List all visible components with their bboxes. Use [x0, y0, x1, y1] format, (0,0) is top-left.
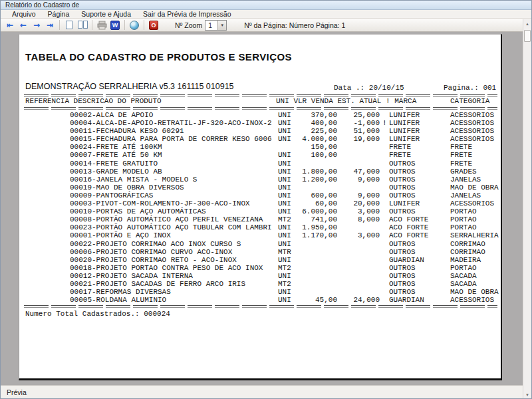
cell-categoria: GRADES — [450, 168, 477, 176]
window-titlebar[interactable]: Relatório do Cadastro de — [1, 1, 531, 10]
cell-descricao: 00005-ROLDANA ALUMINIO — [70, 296, 166, 304]
column-header-valores: UNI VLR VENDA EST. ATUAL ! MARCA — [276, 97, 416, 105]
table-row: 00002-ALCA DE APOIO UNI 370,00 25,000 LU… — [19, 111, 501, 119]
word-export-button[interactable]: W — [110, 20, 120, 31]
table-row: 00006-PROJETO CORRIMAO CURVO ACO-INOX MT… — [19, 248, 501, 256]
toolbar-separator — [124, 20, 125, 30]
cell-vlr-venda: 45,00 — [284, 296, 337, 304]
cell-uni: UNI — [278, 256, 291, 264]
table-row: 00011-FECHADURA KESO 60291 UNI 225,00 51… — [19, 127, 501, 135]
cell-marca: OUTROS — [389, 192, 416, 200]
cell-vlr-venda: 4.000,00 — [284, 135, 337, 143]
close-preview-button[interactable]: O — [148, 20, 159, 31]
scrollbar-down-icon[interactable]: ▼ — [523, 390, 531, 399]
cell-vlr-venda: 1.200,00 — [284, 176, 337, 184]
cell-uni: UNI — [278, 288, 291, 296]
cell-marca: ACO FORTE — [389, 215, 428, 223]
cell-marca: OUTROS — [389, 207, 416, 215]
cell-descricao: 00022-PROJETO CORRIMAO ACO INOX CURSO S — [70, 240, 241, 248]
cell-marca: OUTROS — [389, 168, 416, 176]
cell-est-atual: -1,000 — [342, 119, 380, 127]
cell-uni: MT2 — [278, 264, 291, 272]
cell-marca: LUNIFER — [389, 135, 420, 143]
column-header-categoria: CATEGORIA — [450, 97, 489, 105]
cell-categoria: MAO DE OBRA — [450, 184, 499, 192]
cell-est-atual: 3,000 — [342, 207, 380, 215]
cell-vlr-venda: 150,00 — [284, 143, 337, 151]
page-number-info: Nº da Página: Número Página: 1 — [244, 21, 345, 29]
chevron-down-icon[interactable]: ▼ — [217, 21, 226, 30]
next-page-icon: → — [33, 21, 40, 30]
status-text: Prévia — [7, 388, 27, 396]
cell-descricao: 00021-PROJETO SACADAS DE FERRO ARCO IRIS — [70, 280, 245, 288]
cell-categoria: JANELAS — [450, 192, 481, 200]
cell-categoria: CORRIMAO — [450, 248, 485, 256]
window-title: Relatório do Cadastro de — [5, 1, 79, 9]
cell-marca: OUTROS — [389, 272, 416, 280]
table-row: 00004-ALCA-DE-APOIO-RETRATIL-JF-320-ACO-… — [19, 119, 501, 127]
cell-descricao: 00019-MAO DE OBRA DIVERSOS — [70, 184, 184, 192]
zoom-label: Nº Zoom — [175, 21, 202, 29]
two-pages-icon — [78, 21, 88, 29]
previous-page-button[interactable]: ← — [18, 20, 29, 31]
cell-uni: UNI — [278, 160, 291, 168]
cell-categoria: FRETE — [450, 160, 472, 168]
cell-flag: ! — [382, 119, 387, 127]
cell-vlr-venda: 1.170,00 — [284, 231, 337, 239]
cell-est-atual: 3,000 — [342, 231, 380, 239]
table-row: 00016-JANELA MISTA - MODELO S UNI 1.200,… — [19, 176, 501, 184]
zoom-value: 1 — [205, 21, 217, 29]
scrollbar-up-icon[interactable]: ▲ — [523, 19, 531, 29]
single-page-icon — [66, 21, 72, 29]
menu-pagina[interactable]: Página — [42, 10, 76, 19]
separator-rule — [24, 107, 497, 110]
table-row: 00012-PROJETO SACADA INTERNA UNI OUTROS … — [19, 272, 501, 280]
cell-uni: UNI — [278, 272, 291, 280]
menu-arquivo[interactable]: Arquivo — [6, 10, 42, 19]
cell-categoria: MADEIRA — [450, 256, 481, 264]
report-title: TABELA DO CADASTRO DE PRODUTOS E SERVIÇO… — [25, 51, 292, 63]
single-page-view-button[interactable] — [64, 20, 74, 31]
internet-button[interactable] — [129, 20, 140, 31]
table-row: 00015-FECHADURA PARA PORTA DE CORRER KES… — [19, 135, 501, 143]
cell-marca: OUTROS — [389, 184, 416, 192]
table-row: 00017-REFORMAS DIVERSAS UNI OUTROS MAO D… — [19, 288, 501, 296]
menu-sair-da-previa[interactable]: Sair da Prévia de Impressão — [137, 10, 237, 19]
vertical-scrollbar[interactable]: ▲ ▼ — [523, 19, 531, 399]
table-row: 00023-PORTÃO AUTOMÁTICO AÇO TUBULAR COM … — [19, 223, 501, 231]
report-preview-window: Relatório do Cadastro de Arquivo Página … — [0, 0, 532, 399]
cell-marca: LUNIFER — [389, 200, 420, 207]
toolbar-separator — [92, 20, 92, 30]
cell-descricao: 00003-PIVOT-COM-ROLAMENTO-JF-300-ACO-INO… — [70, 200, 250, 207]
table-row: 00001-PORTÃO E AÇO INOX UNI 1.170,00 3,0… — [19, 231, 501, 239]
word-export-icon: W — [110, 21, 120, 30]
cell-descricao: 00015-FECHADURA PARA PORTA DE CORRER KES… — [70, 135, 272, 143]
cell-est-atual: 25,000 — [342, 111, 380, 119]
toolbar-separator — [144, 20, 144, 30]
cell-categoria: PORTAO — [450, 215, 477, 223]
cell-marca: OUTROS — [389, 280, 416, 288]
cell-vlr-venda: 6.000,00 — [284, 207, 337, 215]
next-page-button[interactable]: → — [31, 20, 42, 31]
cell-marca: GUARDIAN — [389, 256, 424, 264]
cell-marca: ACO FORTE — [389, 231, 428, 239]
cell-est-atual: 9,000 — [342, 176, 380, 184]
print-button[interactable] — [96, 20, 107, 31]
table-row: 00018-PROJETO PORTAO CONTRA PESO DE ACO … — [19, 264, 501, 272]
table-column-headers: REFERENCIA DESCRICAO DO PRODUTO UNI VLR … — [19, 97, 501, 106]
report-page-number: Pagina.: 001 — [444, 84, 496, 92]
cell-categoria: ACESSORIOS — [450, 127, 494, 135]
first-page-button[interactable]: ⇤ — [5, 20, 15, 31]
cell-categoria: ACESSORIOS — [450, 119, 494, 127]
menu-suporte-e-ajuda[interactable]: Suporte e Ajuda — [75, 10, 137, 19]
scrollbar-thumb[interactable] — [524, 30, 531, 42]
zoom-select[interactable]: 1 ▼ — [205, 20, 227, 31]
cell-marca: FRETE — [389, 151, 411, 159]
close-preview-icon: O — [149, 21, 158, 30]
cell-marca: OUTROS — [389, 264, 416, 272]
cell-est-atual: 51,000 — [342, 127, 380, 135]
last-page-button[interactable]: ⇥ — [45, 20, 55, 31]
table-row: 00021-PROJETO SACADAS DE FERRO ARCO IRIS… — [19, 280, 501, 288]
two-page-view-button[interactable] — [77, 20, 88, 31]
cell-vlr-venda: 225,00 — [284, 127, 337, 135]
